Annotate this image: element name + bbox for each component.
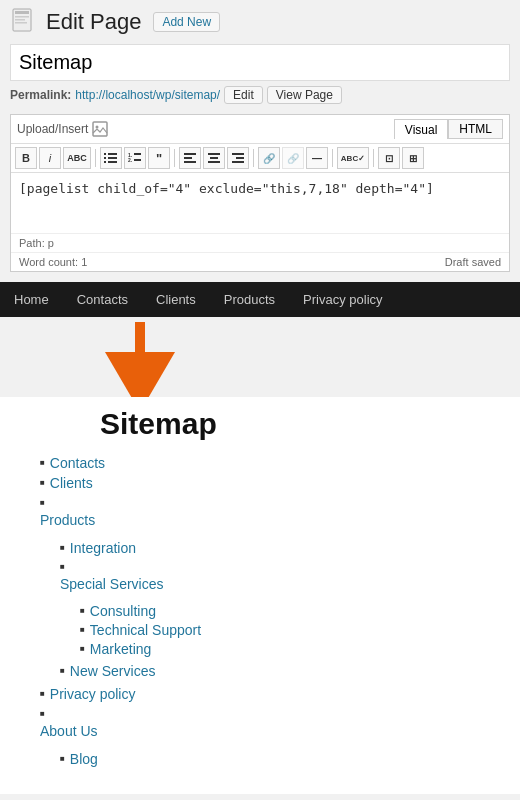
nav-contacts[interactable]: Contacts bbox=[63, 282, 142, 317]
arrow-container bbox=[0, 317, 520, 397]
page-title: Edit Page bbox=[46, 9, 141, 35]
upload-insert-label: Upload/Insert bbox=[17, 122, 88, 136]
align-right-button[interactable] bbox=[227, 147, 249, 169]
toolbar-sep-5 bbox=[373, 149, 374, 167]
list-item-marketing: Marketing bbox=[80, 641, 500, 657]
clients-link[interactable]: Clients bbox=[50, 475, 93, 491]
toolbar-sep-2 bbox=[174, 149, 175, 167]
svg-rect-24 bbox=[236, 157, 244, 159]
ordered-list-button[interactable]: 1.2. bbox=[124, 147, 146, 169]
svg-rect-22 bbox=[208, 161, 220, 163]
list-item-integration: Integration bbox=[60, 540, 500, 556]
sitemap-section: Sitemap Contacts Clients Products Integr… bbox=[0, 397, 520, 794]
view-page-button[interactable]: View Page bbox=[267, 86, 342, 104]
nav-home[interactable]: Home bbox=[0, 282, 63, 317]
page-icon bbox=[10, 8, 38, 36]
privacy-policy-link[interactable]: Privacy policy bbox=[50, 686, 136, 702]
list-item-about-us: About Us Blog bbox=[40, 706, 500, 770]
special-services-link[interactable]: Special Services bbox=[60, 576, 164, 592]
upload-bar: Upload/Insert Visual HTML bbox=[11, 115, 509, 144]
upload-icon bbox=[92, 121, 108, 137]
permalink-label: Permalink: bbox=[10, 88, 71, 102]
spell-check-button[interactable]: ABC✓ bbox=[337, 147, 369, 169]
word-count: Word count: 1 bbox=[19, 256, 87, 268]
marketing-link[interactable]: Marketing bbox=[90, 641, 151, 657]
svg-rect-25 bbox=[232, 161, 244, 163]
editor-container: Upload/Insert Visual HTML B i ABC 1.2. " bbox=[10, 114, 510, 272]
svg-rect-23 bbox=[232, 153, 244, 155]
insert-link-button[interactable]: 🔗 bbox=[258, 147, 280, 169]
about-us-row: About Us bbox=[40, 723, 98, 739]
technical-support-link[interactable]: Technical Support bbox=[90, 622, 201, 638]
svg-rect-4 bbox=[15, 22, 27, 24]
svg-rect-12 bbox=[108, 161, 117, 163]
add-new-button[interactable]: Add New bbox=[153, 12, 220, 32]
nav-clients[interactable]: Clients bbox=[142, 282, 210, 317]
svg-rect-5 bbox=[93, 122, 107, 136]
expand-button[interactable]: ⊡ bbox=[378, 147, 400, 169]
list-item-privacy-policy: Privacy policy bbox=[40, 686, 500, 702]
visual-mode-button[interactable]: Visual bbox=[394, 119, 448, 139]
unordered-list-button[interactable] bbox=[100, 147, 122, 169]
svg-rect-20 bbox=[208, 153, 220, 155]
editor-path: Path: p bbox=[11, 233, 509, 252]
sitemap-list: Contacts Clients Products Integration Sp… bbox=[20, 455, 500, 770]
svg-rect-7 bbox=[104, 153, 106, 155]
path-label: Path: bbox=[19, 237, 45, 249]
svg-rect-2 bbox=[15, 16, 29, 18]
upload-insert-area: Upload/Insert bbox=[17, 121, 108, 137]
edit-permalink-button[interactable]: Edit bbox=[224, 86, 263, 104]
editor-content[interactable]: [pagelist child_of="4" exclude="this,7,1… bbox=[11, 173, 509, 233]
nav-products[interactable]: Products bbox=[210, 282, 289, 317]
special-services-sub-list: Consulting Technical Support Marketing bbox=[60, 600, 500, 660]
permalink-url: http://localhost/wp/sitemap/ bbox=[75, 88, 220, 102]
more-button[interactable]: — bbox=[306, 147, 328, 169]
consulting-link[interactable]: Consulting bbox=[90, 603, 156, 619]
svg-rect-18 bbox=[184, 157, 192, 159]
svg-rect-9 bbox=[104, 157, 106, 159]
svg-rect-16 bbox=[134, 159, 141, 161]
nav-privacy-policy[interactable]: Privacy policy bbox=[289, 282, 396, 317]
down-arrow-icon bbox=[100, 317, 180, 397]
navigation-bar: Home Contacts Clients Products Privacy p… bbox=[0, 282, 520, 317]
italic-button[interactable]: i bbox=[39, 147, 61, 169]
editor-mode-buttons: Visual HTML bbox=[394, 119, 503, 139]
toolbar-sep-3 bbox=[253, 149, 254, 167]
blog-link[interactable]: Blog bbox=[70, 751, 98, 767]
contacts-link[interactable]: Contacts bbox=[50, 455, 105, 471]
page-title-input[interactable] bbox=[10, 44, 510, 81]
list-item-special-services: Special Services Consulting Technical Su… bbox=[60, 559, 500, 660]
svg-rect-19 bbox=[184, 161, 196, 163]
html-mode-button[interactable]: HTML bbox=[448, 119, 503, 139]
list-item-new-services: New Services bbox=[60, 663, 500, 679]
table-button[interactable]: ⊞ bbox=[402, 147, 424, 169]
align-center-button[interactable] bbox=[203, 147, 225, 169]
special-services-row: Special Services bbox=[60, 576, 164, 592]
svg-rect-1 bbox=[15, 11, 29, 14]
toolbar-sep-4 bbox=[332, 149, 333, 167]
abc-button[interactable]: ABC bbox=[63, 147, 91, 169]
draft-saved: Draft saved bbox=[445, 256, 501, 268]
list-item-products: Products Integration Special Services Co… bbox=[40, 495, 500, 682]
editor-toolbar: B i ABC 1.2. " 🔗 🔗 — ABC✓ ⊡ ⊞ bbox=[11, 144, 509, 173]
products-link[interactable]: Products bbox=[40, 512, 95, 528]
products-row: Products bbox=[40, 512, 95, 528]
svg-rect-3 bbox=[15, 19, 25, 21]
bold-button[interactable]: B bbox=[15, 147, 37, 169]
blockquote-button[interactable]: " bbox=[148, 147, 170, 169]
svg-rect-14 bbox=[134, 153, 141, 155]
toolbar-sep-1 bbox=[95, 149, 96, 167]
about-us-link[interactable]: About Us bbox=[40, 723, 98, 739]
list-item-technical-support: Technical Support bbox=[80, 622, 500, 638]
edit-page-header: Edit Page Add New bbox=[0, 0, 520, 44]
list-item-clients: Clients bbox=[40, 475, 500, 491]
permalink-bar: Permalink: http://localhost/wp/sitemap/ … bbox=[0, 81, 520, 109]
svg-rect-11 bbox=[104, 161, 106, 163]
align-left-button[interactable] bbox=[179, 147, 201, 169]
svg-rect-21 bbox=[210, 157, 218, 159]
svg-rect-8 bbox=[108, 153, 117, 155]
remove-link-button[interactable]: 🔗 bbox=[282, 147, 304, 169]
integration-link[interactable]: Integration bbox=[70, 540, 136, 556]
svg-rect-10 bbox=[108, 157, 117, 159]
new-services-link[interactable]: New Services bbox=[70, 663, 156, 679]
